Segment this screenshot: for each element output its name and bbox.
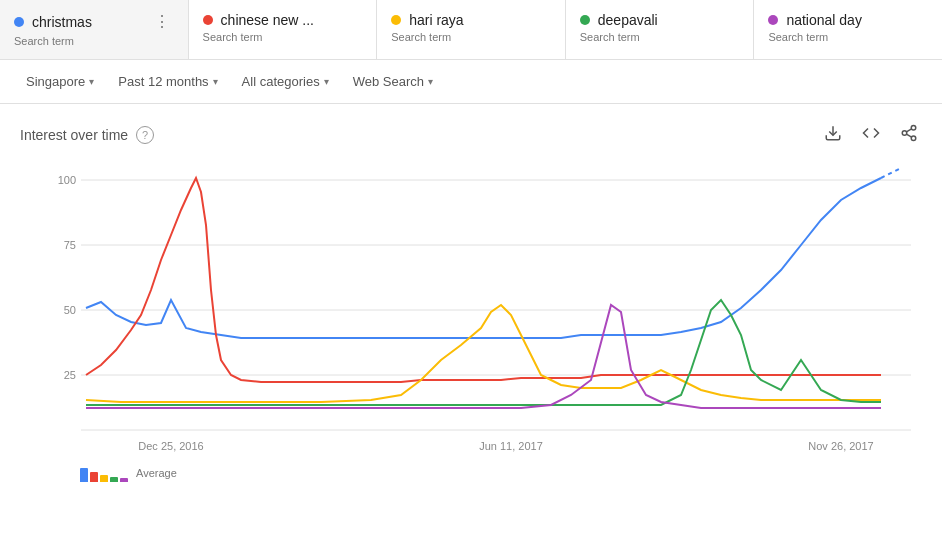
svg-point-2 [902,131,907,136]
term-dot-deepavali [580,15,590,25]
interest-chart: 100 75 50 25 Dec 25, 2016 Jun 11, 2017 N… [20,160,922,460]
chart-section: Interest over time ? [0,104,942,492]
term-dot-christmas [14,17,24,27]
term-type-deepavali: Search term [580,31,740,43]
svg-text:100: 100 [58,174,76,186]
term-type-hariraya: Search term [391,31,551,43]
search-term-item-nationalday[interactable]: national day Search term [754,0,942,59]
search-terms-bar: christmas ⋮ Search term chinese new ... … [0,0,942,60]
avg-bar-christmas [80,468,88,482]
term-more-btn-christmas[interactable]: ⋮ [150,12,174,32]
chart-title: Interest over time [20,127,128,143]
avg-bar-deepavali [110,477,118,482]
svg-text:Jun 11, 2017: Jun 11, 2017 [479,440,543,452]
chevron-down-icon: ▾ [89,76,94,87]
term-dot-chinese [203,15,213,25]
search-term-item-chinese[interactable]: chinese new ... Search term [189,0,378,59]
chevron-down-icon: ▾ [324,76,329,87]
term-name-hariraya: hari raya [409,12,463,28]
average-section: Average [20,460,922,482]
svg-text:Dec 25, 2016: Dec 25, 2016 [138,440,203,452]
svg-text:50: 50 [64,304,76,316]
filter-bar: Singapore ▾ Past 12 months ▾ All categor… [0,60,942,104]
svg-line-5 [906,129,911,132]
filter-time-label: Past 12 months [118,74,208,89]
help-icon[interactable]: ? [136,126,154,144]
filter-type-label: Web Search [353,74,424,89]
svg-point-3 [911,136,916,141]
download-button[interactable] [820,120,846,150]
svg-text:Nov 26, 2017: Nov 26, 2017 [808,440,873,452]
filter-category[interactable]: All categories ▾ [232,68,339,95]
svg-line-18 [881,168,901,178]
svg-text:25: 25 [64,369,76,381]
term-type-christmas: Search term [14,35,174,47]
svg-line-4 [906,134,911,137]
chevron-down-icon: ▾ [428,76,433,87]
term-name-nationalday: national day [786,12,862,28]
svg-point-1 [911,126,916,131]
avg-bar-chinese [90,472,98,482]
svg-text:75: 75 [64,239,76,251]
search-term-item-hariraya[interactable]: hari raya Search term [377,0,566,59]
search-term-item-christmas[interactable]: christmas ⋮ Search term [0,0,189,59]
term-type-nationalday: Search term [768,31,928,43]
term-name-christmas: christmas [32,14,92,30]
average-bars [80,464,128,482]
filter-region-label: Singapore [26,74,85,89]
filter-type[interactable]: Web Search ▾ [343,68,443,95]
filter-region[interactable]: Singapore ▾ [16,68,104,95]
term-type-chinese: Search term [203,31,363,43]
term-dot-nationalday [768,15,778,25]
chart-header: Interest over time ? [20,120,922,150]
term-dot-hariraya [391,15,401,25]
filter-time[interactable]: Past 12 months ▾ [108,68,227,95]
term-name-chinese: chinese new ... [221,12,314,28]
chevron-down-icon: ▾ [213,76,218,87]
chart-container: 100 75 50 25 Dec 25, 2016 Jun 11, 2017 N… [20,160,922,460]
term-name-deepavali: deepavali [598,12,658,28]
average-label: Average [136,467,177,479]
filter-category-label: All categories [242,74,320,89]
chart-actions [820,120,922,150]
avg-bar-hariraya [100,475,108,482]
embed-button[interactable] [858,120,884,150]
avg-bar-nationalday [120,478,128,482]
search-term-item-deepavali[interactable]: deepavali Search term [566,0,755,59]
share-button[interactable] [896,120,922,150]
